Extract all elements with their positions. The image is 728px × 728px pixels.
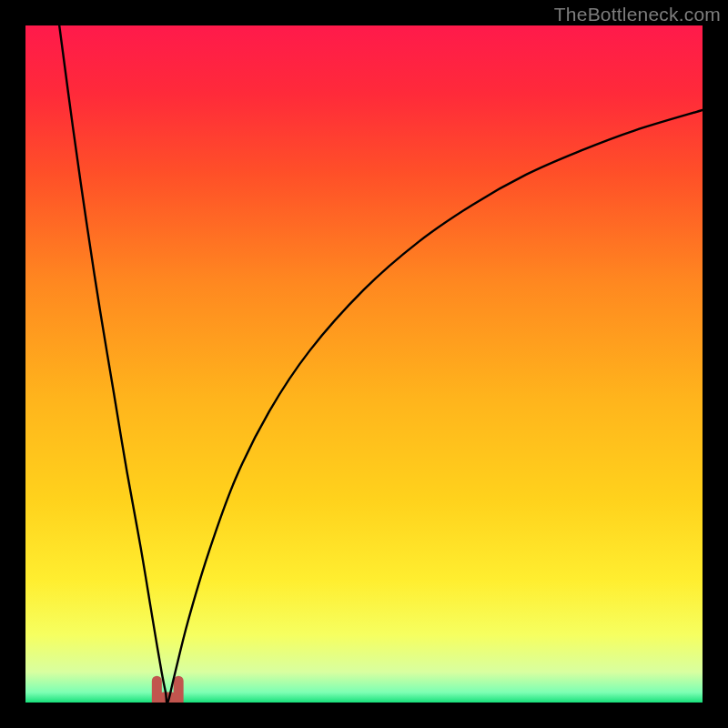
chart-frame: TheBottleneck.com [0,0,728,728]
watermark-text: TheBottleneck.com [554,4,721,25]
plot-svg [25,25,703,703]
gradient-background [25,25,703,703]
plot-area [25,25,703,703]
